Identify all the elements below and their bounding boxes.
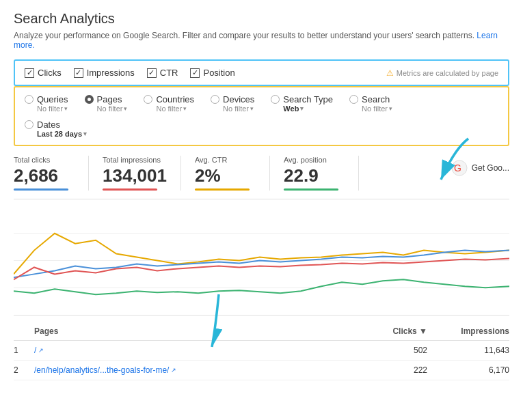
col-header-pages: Pages [34, 326, 359, 336]
performance-chart [14, 206, 509, 315]
total-clicks-value: 2,686 [14, 165, 75, 186]
col-header-impressions[interactable]: Impressions [427, 326, 509, 336]
row-clicks: 222 [359, 365, 427, 375]
metric-ctr[interactable]: ✓ CTR [147, 68, 178, 78]
search-a-sub[interactable]: No filter ▾ [362, 104, 392, 113]
row-impressions: 6,170 [427, 365, 509, 375]
external-link-icon: ↗ [38, 347, 44, 354]
chart-area [14, 206, 509, 316]
filter-pages[interactable]: Pages No filter ▾ [85, 94, 128, 113]
stat-total-clicks: Total clicks 2,686 [14, 156, 89, 191]
metric-position[interactable]: ✓ Position [190, 68, 234, 78]
pages-radio[interactable] [85, 95, 94, 104]
warning-icon: ⚠ [386, 68, 394, 78]
row-num: 2 [14, 365, 34, 375]
countries-radio[interactable] [144, 95, 152, 104]
dates-radio[interactable] [25, 120, 33, 129]
clicks-checkbox[interactable]: ✓ [25, 68, 34, 78]
stat-total-impressions: Total impressions 134,001 [103, 156, 181, 191]
metrics-note: ⚠ Metrics are calculated by page [386, 68, 498, 78]
total-impressions-bar [103, 188, 157, 191]
metric-impressions[interactable]: ✓ Impressions [74, 68, 135, 78]
countries-sub[interactable]: No filter ▾ [156, 104, 187, 113]
search-a-label: Search [362, 94, 390, 104]
pages-sub[interactable]: No filter ▾ [97, 104, 128, 113]
position-checkbox[interactable]: ✓ [190, 68, 200, 78]
filter-search-type[interactable]: Search Type Web ▾ [271, 94, 333, 113]
queries-label: Queries [37, 94, 68, 104]
table-row: 2 /en/help/analytics/...the-goals-for-me… [14, 361, 509, 380]
devices-sub[interactable]: No filter ▾ [223, 104, 254, 113]
row-clicks: 502 [359, 346, 427, 355]
impressions-label: Impressions [87, 68, 135, 78]
col-header-clicks[interactable]: Clicks ▼ [359, 326, 427, 336]
queries-radio[interactable] [25, 95, 33, 104]
avg-position-label: Avg. position [284, 156, 345, 164]
ctr-checkbox[interactable]: ✓ [147, 68, 157, 78]
cyan-arrow-2 [198, 291, 253, 352]
metric-clicks[interactable]: ✓ Clicks [25, 68, 62, 78]
stats-row: Total clicks 2,686 Total impressions 134… [14, 156, 509, 199]
pages-label: Pages [97, 94, 122, 104]
queries-sub[interactable]: No filter ▾ [37, 104, 68, 113]
devices-radio[interactable] [211, 95, 219, 104]
page-link[interactable]: / ↗ [34, 346, 359, 355]
row-num: 1 [14, 346, 34, 355]
cyan-arrow-1 [420, 135, 482, 190]
ctr-label: CTR [160, 68, 178, 78]
clicks-label: Clicks [38, 68, 62, 78]
row-page: /en/help/analytics/...the-goals-for-me/ … [34, 365, 359, 375]
page-subtitle: Analyze your performance on Google Searc… [14, 31, 509, 50]
filter-queries[interactable]: Queries No filter ▾ [25, 94, 68, 113]
avg-ctr-label: Avg. CTR [195, 156, 256, 164]
search-type-label: Search Type [283, 94, 333, 104]
filter-countries[interactable]: Countries No filter ▾ [144, 94, 194, 113]
total-impressions-value: 134,001 [103, 165, 167, 186]
impressions-checkbox[interactable]: ✓ [74, 68, 83, 78]
position-label: Position [203, 68, 234, 78]
metrics-bar: ✓ Clicks ✓ Impressions ✓ CTR ✓ Position … [14, 59, 509, 86]
total-impressions-label: Total impressions [103, 156, 167, 164]
filter-row-1: Queries No filter ▾ Pages No filter ▾ Co… [25, 94, 498, 113]
row-page: / ↗ [34, 346, 359, 355]
dates-sub[interactable]: Last 28 days ▾ [37, 130, 87, 138]
avg-ctr-bar [195, 188, 250, 191]
table-header: Pages Clicks ▼ Impressions [14, 322, 509, 341]
stat-avg-position: Avg. position 22.9 [284, 156, 359, 191]
filter-search-a[interactable]: Search No filter ▾ [349, 94, 392, 113]
stat-avg-ctr: Avg. CTR 2% [195, 156, 270, 191]
search-type-radio[interactable] [271, 95, 280, 104]
external-link-icon: ↗ [171, 367, 176, 374]
filter-devices[interactable]: Devices No filter ▾ [211, 94, 254, 113]
countries-label: Countries [156, 94, 194, 104]
table-row: 1 / ↗ 502 11,643 [14, 341, 509, 361]
avg-position-bar [284, 188, 338, 191]
page-title: Search Analytics [14, 11, 509, 27]
avg-position-value: 22.9 [284, 165, 345, 186]
row-impressions: 11,643 [427, 346, 509, 355]
page-link[interactable]: /en/help/analytics/...the-goals-for-me/ … [34, 365, 359, 375]
total-clicks-label: Total clicks [14, 156, 75, 164]
filter-dates[interactable]: Dates Last 28 days ▾ [25, 120, 87, 138]
total-clicks-bar [14, 188, 68, 191]
avg-ctr-value: 2% [195, 165, 256, 186]
devices-label: Devices [223, 94, 254, 104]
table-area: Pages Clicks ▼ Impressions 1 / ↗ 502 11,… [14, 322, 509, 380]
search-type-sub[interactable]: Web ▾ [283, 104, 304, 113]
search-a-radio[interactable] [349, 95, 358, 104]
dates-label: Dates [37, 120, 60, 130]
